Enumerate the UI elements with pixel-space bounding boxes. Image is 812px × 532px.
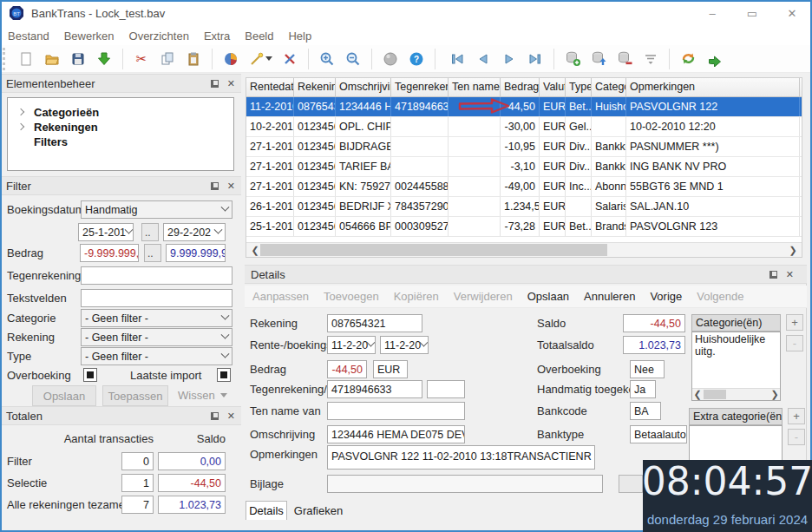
scroll-right-icon[interactable]: ❯ xyxy=(769,389,780,400)
scrollbar-thumb[interactable] xyxy=(704,390,726,399)
column-header[interactable]: Valuta xyxy=(540,78,566,96)
table-row[interactable]: 10-2-2010012345678OPL. CHIPK...-30,00EUR… xyxy=(246,117,802,137)
categorie-remove-button[interactable]: - xyxy=(786,335,803,351)
column-header[interactable]: Type xyxy=(566,78,592,96)
wand-dropdown-icon[interactable] xyxy=(265,56,272,61)
minimize-button[interactable]: – xyxy=(692,0,732,26)
database-remove-icon[interactable] xyxy=(613,48,636,70)
bedrag-range-button[interactable]: .. xyxy=(144,244,161,262)
paste-icon[interactable] xyxy=(182,48,205,70)
boekingsdatum-select-2[interactable]: 11-2-20 xyxy=(380,336,429,354)
column-header[interactable]: Rekening xyxy=(294,78,336,96)
date-from-select[interactable]: 25-1-201 xyxy=(78,223,134,241)
scrollbar-thumb[interactable] xyxy=(260,244,607,256)
close-panel-icon[interactable]: ✕ xyxy=(227,411,235,421)
menu-overzichten[interactable]: Overzichten xyxy=(129,30,189,43)
table-row[interactable]: 26-1-2010012345678BEDRIJF XXX7843572901.… xyxy=(246,197,802,217)
column-header[interactable]: Rentedatum xyxy=(246,78,294,96)
action-toevoegen[interactable]: Toevoegen xyxy=(324,290,379,303)
filter-toepassen-button[interactable]: Toepassen xyxy=(102,385,168,406)
bedrag-input[interactable]: -44,50 xyxy=(327,360,367,378)
action-vorige[interactable]: Vorige xyxy=(650,290,682,303)
laatste-import-checkbox[interactable] xyxy=(217,368,231,382)
table-row[interactable]: 25-1-2010012345678054666 BP ...000309527… xyxy=(246,217,802,237)
chart-pie-icon[interactable] xyxy=(219,48,242,70)
tree-item-rekeningen[interactable]: Rekeningen xyxy=(8,120,233,134)
menu-beeld[interactable]: Beeld xyxy=(245,30,273,43)
date-to-select[interactable]: 29-2-202 xyxy=(163,223,226,241)
action-kopieren[interactable]: Kopiëren xyxy=(394,290,439,303)
sphere-icon[interactable] xyxy=(379,48,402,70)
categorien-list[interactable]: Huishoudelijke uitg. ❮ ❯ xyxy=(691,332,781,401)
close-panel-icon[interactable]: ✕ xyxy=(227,181,235,191)
close-panel-icon[interactable]: ✕ xyxy=(786,270,794,279)
customize-tools-icon[interactable] xyxy=(278,48,301,70)
ten-name-van-input[interactable] xyxy=(327,402,465,420)
database-upload-icon[interactable] xyxy=(587,48,610,70)
nav-previous-icon[interactable] xyxy=(472,48,494,70)
filter-opslaan-button[interactable]: Opslaan xyxy=(32,385,96,406)
export-forward-icon[interactable] xyxy=(703,48,725,70)
column-header[interactable]: Bedrag xyxy=(501,78,540,96)
nav-last-icon[interactable] xyxy=(524,48,547,70)
scroll-right-icon[interactable]: ❯ xyxy=(786,243,800,257)
boekingsdatum-select[interactable]: Handmatig xyxy=(81,200,232,219)
type-filter-select[interactable]: - Geen filter - xyxy=(81,347,232,365)
chevron-right-icon[interactable] xyxy=(17,108,24,115)
action-aanpassen[interactable]: Aanpassen xyxy=(252,290,309,303)
action-annuleren[interactable]: Annuleren xyxy=(584,290,635,303)
column-header[interactable]: Opmerkingen xyxy=(626,78,800,96)
action-opslaan[interactable]: Opslaan xyxy=(527,290,569,303)
float-panel-icon[interactable] xyxy=(211,182,219,190)
bijlage-input[interactable] xyxy=(327,475,603,493)
zoom-in-icon[interactable] xyxy=(316,48,338,70)
menu-help[interactable]: Help xyxy=(288,30,311,43)
tekstvelden-input[interactable] xyxy=(81,289,232,307)
table-horizontal-scrollbar[interactable]: ❮ ❯ xyxy=(246,242,802,257)
table-row[interactable]: 27-1-2010012345678BIJDRAGE B...-10,95EUR… xyxy=(246,137,802,157)
filter-wissen-button[interactable]: Wissen xyxy=(178,389,227,402)
tree-item-categorieen[interactable]: Categorieën xyxy=(8,105,233,119)
tree-item-filters[interactable]: Filters xyxy=(8,135,233,148)
scroll-left-icon[interactable]: ❮ xyxy=(692,389,703,400)
cut-icon[interactable]: ✂ xyxy=(130,48,153,70)
action-verwijderen[interactable]: Verwijderen xyxy=(454,290,513,303)
open-file-icon[interactable] xyxy=(41,48,63,70)
new-document-icon[interactable] xyxy=(15,48,37,70)
date-range-button[interactable]: .. xyxy=(141,223,159,241)
float-panel-icon[interactable] xyxy=(211,80,219,88)
rekening-filter-select[interactable]: - Geen filter - xyxy=(81,328,232,346)
table-row[interactable]: 27-1-2010012345678KN: 759275...002445588… xyxy=(246,177,802,197)
refresh-sync-icon[interactable] xyxy=(677,48,699,70)
database-add-icon[interactable] xyxy=(561,48,584,70)
close-button[interactable]: ✕ xyxy=(772,0,812,26)
zoom-out-icon[interactable] xyxy=(342,48,364,70)
categorie-filter-select[interactable]: - Geen filter - xyxy=(81,309,232,327)
tab-details[interactable]: Details xyxy=(246,501,287,520)
menu-bestand[interactable]: Bestand xyxy=(8,30,49,43)
categorie-add-button[interactable]: + xyxy=(786,314,803,331)
column-header[interactable]: Tegenrekening xyxy=(391,78,449,96)
bedrag-max-input[interactable]: 9.999.999,99 xyxy=(166,244,226,262)
save-icon[interactable] xyxy=(67,48,89,70)
valuta-input[interactable]: EUR xyxy=(373,360,408,378)
table-row[interactable]: 11-2-20100876543211234446 HE...471894663… xyxy=(246,97,802,117)
chevron-right-icon[interactable] xyxy=(17,123,24,130)
bijlage-browse-button[interactable] xyxy=(619,475,643,493)
nav-next-icon[interactable] xyxy=(498,48,521,70)
nav-first-icon[interactable] xyxy=(446,48,468,70)
action-volgende[interactable]: Volgende xyxy=(697,290,743,303)
maximize-button[interactable]: ▭ xyxy=(732,0,772,26)
tegenrekening-filter-input[interactable] xyxy=(81,266,232,285)
menu-extra[interactable]: Extra xyxy=(204,30,230,43)
rekening-input[interactable]: 087654321 xyxy=(327,314,422,332)
copy-icon[interactable] xyxy=(156,48,179,70)
column-header[interactable]: Omschrijving xyxy=(336,78,391,96)
rentedatum-select[interactable]: 11-2-20 xyxy=(327,336,376,354)
tegenrekening-input[interactable]: 4718946633 xyxy=(327,380,422,398)
float-panel-icon[interactable] xyxy=(211,412,219,420)
import-download-icon[interactable] xyxy=(93,48,115,70)
column-header[interactable]: Categorie xyxy=(592,78,626,96)
table-row[interactable]: 27-1-2010012345678TARIEF BAS...-3,10EURD… xyxy=(246,157,802,177)
bedrag-min-input[interactable]: -9.999.999,9 xyxy=(80,244,139,262)
